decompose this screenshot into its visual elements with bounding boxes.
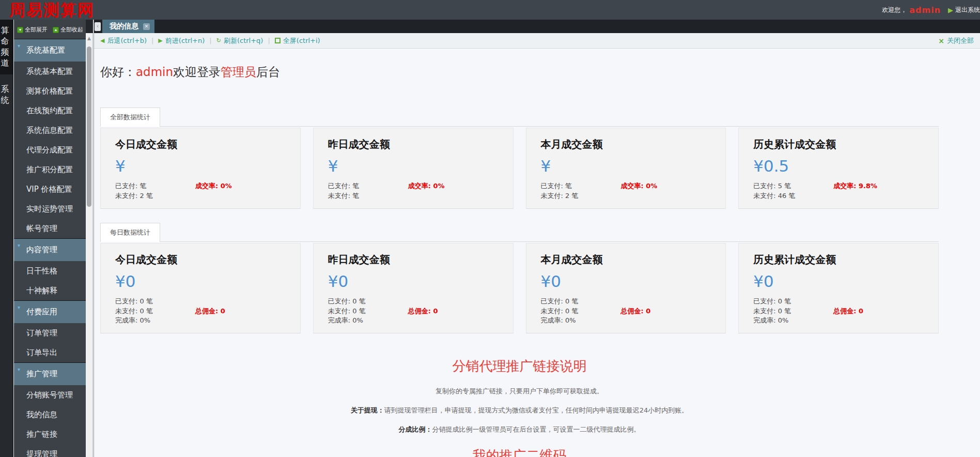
sidebar-item-fortune-manage[interactable]: 实时运势管理 xyxy=(14,199,86,219)
card-amount: ¥0 xyxy=(115,272,286,291)
rail-char: 系 xyxy=(0,84,13,95)
stat-card-month: 本月成交金额 ¥ 已支付: 笔 未支付: 2 笔 成交率: 0% xyxy=(526,128,726,209)
card-title: 历史累计成交金额 xyxy=(753,253,924,267)
fullscreen-icon xyxy=(275,38,281,43)
card-amount: ¥ xyxy=(115,157,286,175)
sidebar-item-order-export[interactable]: 订单导出 xyxy=(14,343,86,362)
close-all-button[interactable]: × 关闭全部 xyxy=(938,36,974,45)
sidebar-item-booking-config[interactable]: 在线预约配置 xyxy=(14,101,86,120)
tab-my-info[interactable]: 我的信息 ✕ xyxy=(102,20,154,33)
sidebar-item-distributor-accounts[interactable]: 分销账号管理 xyxy=(14,385,86,405)
tab-close-icon[interactable]: ✕ xyxy=(143,23,150,30)
card-line: 未支付: 46 笔 xyxy=(753,191,833,201)
rail-group-system[interactable]: 系 统 xyxy=(0,74,13,111)
tab-stats-daily[interactable]: 每日数据统计 xyxy=(100,223,160,242)
card-line: 未支付: 0 笔 xyxy=(541,307,621,316)
card-line: 已支付: 笔 xyxy=(328,181,408,191)
greeting-username: admin xyxy=(136,65,173,79)
card-line: 已支付: 0 笔 xyxy=(115,297,195,307)
sidebar-scrollbar[interactable]: ▲ xyxy=(86,33,93,457)
card-highlight: 成交率: 0% xyxy=(195,181,286,191)
daily-card-today: 今日成交金额 ¥0 已支付: 0 笔 未支付: 0 笔 完成率: 0% 总佣金:… xyxy=(100,243,301,334)
qr-title: 我的推广二维码 xyxy=(100,447,939,457)
refresh-button[interactable]: ↻ 刷新(ctrl+q) xyxy=(216,36,263,45)
stats-all-section: 全部数据统计 今日成交金额 ¥ 已支付: 笔 未支付: 2 笔 成交率: 0% … xyxy=(100,107,939,209)
tab-stats-all[interactable]: 全部数据统计 xyxy=(100,108,160,127)
card-title: 昨日成交金额 xyxy=(328,253,499,267)
card-line: 已支付: 0 笔 xyxy=(753,297,833,307)
rail-char: 道 xyxy=(0,57,13,68)
collapse-all-button[interactable]: ▴ 全部收起 xyxy=(53,26,83,34)
card-highlight: 成交率: 0% xyxy=(620,181,711,191)
sidebar-item-promo-points[interactable]: 推广积分配置 xyxy=(14,160,86,179)
sidebar-section-content[interactable]: ▾ 内容管理 xyxy=(14,238,86,261)
rail-char: 频 xyxy=(0,47,13,57)
back-arrow-icon: ◀ xyxy=(100,37,104,44)
sidebar-item-system-info[interactable]: 系统信息配置 xyxy=(14,120,86,140)
card-line: 完成率: 0% xyxy=(328,316,408,326)
card-title: 昨日成交金额 xyxy=(328,138,499,151)
promo-block: 分销代理推广链接说明 复制你的专属推广链接，只要用户下单你即可获取提成。 关于提… xyxy=(100,357,939,457)
sidebar-section-promotion[interactable]: ▾ 推广管理 xyxy=(14,362,86,385)
promo-line-3: 分成比例：分销提成比例一级管理员可在后台设置，可设置一二级代理提成比例。 xyxy=(100,425,939,434)
stats-daily-panel: 今日成交金额 ¥0 已支付: 0 笔 未支付: 0 笔 完成率: 0% 总佣金:… xyxy=(100,241,939,334)
sidebar-item-price-config[interactable]: 测算价格配置 xyxy=(14,81,86,101)
rail-char: 算 xyxy=(0,25,13,36)
card-line: 已支付: 0 笔 xyxy=(328,297,408,307)
sidebar-item-daygan[interactable]: 日干性格 xyxy=(14,261,86,281)
sidebar-item-order-manage[interactable]: 订单管理 xyxy=(14,323,86,343)
logout-arrow-icon: ▶ xyxy=(948,6,953,14)
card-line: 已支付: 5 笔 xyxy=(753,181,833,191)
tab-bar: ‹ 我的信息 ✕ xyxy=(94,20,980,33)
rail-group-channel[interactable]: 算 命 频 道 xyxy=(0,20,13,74)
card-line: 已支付: 笔 xyxy=(115,181,195,191)
expand-all-label: 全部展开 xyxy=(25,26,48,34)
card-amount: ¥ xyxy=(328,157,499,175)
logout-button[interactable]: ▶ 退出系统 xyxy=(948,6,980,14)
sidebar-tools: ▾ 全部展开 ▴ 全部收起 xyxy=(14,20,86,39)
sidebar-item-my-info[interactable]: 我的信息 xyxy=(14,405,86,424)
promo-line-1: 复制你的专属推广链接，只要用户下单你即可获取提成。 xyxy=(100,387,939,396)
fullscreen-button[interactable]: 全屏(ctrl+i) xyxy=(275,36,320,45)
main-content: ‹ 我的信息 ✕ ◀ 后退(ctrl+b) | ▶ 前进(ctrl+n) | ↻… xyxy=(94,20,980,457)
promo-title: 分销代理推广链接说明 xyxy=(100,357,939,375)
sidebar-item-promo-link[interactable]: 推广链接 xyxy=(14,424,86,444)
chevron-down-icon: ▾ xyxy=(18,304,20,310)
sidebar-item-account-manage[interactable]: 帐号管理 xyxy=(14,219,86,238)
expand-all-button[interactable]: ▾ 全部展开 xyxy=(17,26,48,34)
card-highlight: 总佣金: 0 xyxy=(408,307,499,316)
collapse-all-label: 全部收起 xyxy=(60,26,83,34)
stats-all-panel: 今日成交金额 ¥ 已支付: 笔 未支付: 2 笔 成交率: 0% 昨日成交金额 … xyxy=(100,126,939,209)
chevron-down-icon: ▾ xyxy=(18,242,20,248)
back-button[interactable]: ◀ 后退(ctrl+b) xyxy=(100,36,147,45)
rail-char: 命 xyxy=(0,36,13,47)
sidebar-section-system-config[interactable]: ▾ 系统基配置 xyxy=(14,39,86,62)
sidebar-item-shishen[interactable]: 十神解释 xyxy=(14,281,86,300)
sidebar-section-paid-apps[interactable]: ▾ 付费应用 xyxy=(14,300,86,323)
card-amount: ¥0.5 xyxy=(753,157,924,175)
daily-card-yesterday: 昨日成交金额 ¥0 已支付: 0 笔 未支付: 0 笔 完成率: 0% 总佣金:… xyxy=(313,243,514,334)
sidebar-item-system-basic[interactable]: 系统基本配置 xyxy=(14,62,86,81)
forward-arrow-icon: ▶ xyxy=(158,37,162,44)
card-highlight: 总佣金: 0 xyxy=(195,307,286,316)
card-line: 完成率: 0% xyxy=(115,316,195,326)
card-title: 本月成交金额 xyxy=(541,138,711,151)
card-amount: ¥0 xyxy=(753,272,924,291)
card-line: 未支付: 2 笔 xyxy=(115,191,195,201)
forward-button[interactable]: ▶ 前进(ctrl+n) xyxy=(158,36,205,45)
card-highlight: 总佣金: 0 xyxy=(833,307,924,316)
sidebar-item-withdraw[interactable]: 提现管理 xyxy=(14,444,86,457)
sidebar-item-agent-share[interactable]: 代理分成配置 xyxy=(14,140,86,160)
site-logo: 周易测算网 xyxy=(9,0,95,20)
toolbar: ◀ 后退(ctrl+b) | ▶ 前进(ctrl+n) | ↻ 刷新(ctrl+… xyxy=(94,33,980,49)
chevron-down-icon: ▾ xyxy=(18,43,20,49)
scrollbar-thumb[interactable] xyxy=(87,47,91,207)
daily-card-month: 本月成交金额 ¥0 已支付: 0 笔 未支付: 0 笔 完成率: 0% 总佣金:… xyxy=(526,243,726,334)
card-amount: ¥ xyxy=(541,157,711,175)
scroll-up-arrow-icon[interactable]: ▲ xyxy=(86,33,92,41)
toolbar-separator: | xyxy=(209,37,211,44)
tab-label: 我的信息 xyxy=(110,22,138,31)
tab-scroll-left-icon[interactable]: ‹ xyxy=(95,22,101,31)
sidebar-item-vip-price[interactable]: VIP 价格配置 xyxy=(14,179,86,199)
sidebar-scroll-gap xyxy=(86,20,93,33)
